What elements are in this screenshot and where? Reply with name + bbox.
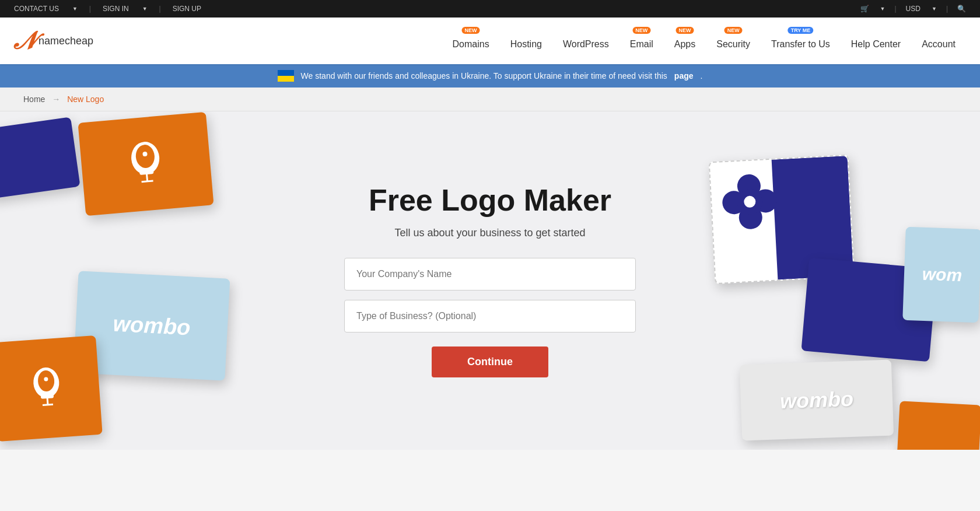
nav-item-domains[interactable]: NEW Domains bbox=[442, 18, 500, 64]
currency-selector[interactable]: USD bbox=[906, 5, 921, 13]
cart-icon[interactable]: 🛒 bbox=[860, 5, 869, 13]
wombo-text-right: wombo bbox=[779, 387, 853, 414]
signin-dropdown-arrow: ▼ bbox=[142, 6, 148, 12]
form-center: Free Logo Maker Tell us about your busin… bbox=[332, 160, 648, 400]
email-badge: NEW bbox=[632, 27, 650, 34]
ukraine-flag bbox=[278, 70, 294, 82]
nav-item-wordpress[interactable]: WordPress bbox=[552, 18, 620, 64]
ukraine-banner: We stand with our friends and colleagues… bbox=[0, 64, 980, 88]
flag-yellow bbox=[278, 76, 294, 82]
hero-title: Free Logo Maker bbox=[369, 184, 611, 217]
helpcenter-label: Help Center bbox=[851, 39, 901, 50]
nav-item-transfer[interactable]: TRY ME Transfer to Us bbox=[761, 18, 841, 64]
breadcrumb-arrow: → bbox=[52, 94, 60, 104]
logo-link[interactable]: 𝒩 namecheap bbox=[14, 29, 93, 53]
company-name-input[interactable] bbox=[344, 258, 636, 290]
wordpress-label: WordPress bbox=[563, 39, 609, 50]
hero-subtitle: Tell us about your business to get start… bbox=[394, 227, 585, 239]
nav-item-email[interactable]: NEW Email bbox=[620, 18, 664, 64]
nav-item-account[interactable]: Account bbox=[911, 18, 966, 64]
sign-in-link[interactable]: SIGN IN bbox=[103, 5, 129, 13]
nav-item-hosting[interactable]: Hosting bbox=[500, 18, 552, 64]
nav-item-helpcenter[interactable]: Help Center bbox=[841, 18, 911, 64]
domains-badge: NEW bbox=[462, 27, 480, 34]
domains-label: Domains bbox=[453, 39, 489, 50]
card-orange-bottom-right bbox=[897, 401, 980, 450]
transfer-badge: TRY ME bbox=[788, 27, 814, 34]
wom-text-right: wom bbox=[922, 264, 962, 285]
breadcrumb-home[interactable]: Home bbox=[23, 94, 45, 104]
apps-badge: NEW bbox=[676, 27, 694, 34]
card-lightblue-right: wom bbox=[902, 227, 980, 323]
security-label: Security bbox=[716, 39, 750, 50]
top-bar: CONTACT US ▼ | SIGN IN ▼ | SIGN UP 🛒 ▼ |… bbox=[0, 0, 980, 18]
search-icon[interactable]: 🔍 bbox=[957, 5, 966, 13]
wombo-text-left: wombo bbox=[112, 312, 191, 341]
svg-line-4 bbox=[147, 174, 148, 181]
account-label: Account bbox=[922, 39, 956, 50]
continue-button[interactable]: Continue bbox=[432, 346, 548, 377]
separator-3: | bbox=[894, 5, 896, 13]
separator-2: | bbox=[159, 5, 161, 13]
security-badge: NEW bbox=[724, 27, 743, 34]
main-nav: 𝒩 namecheap NEW Domains Hosting WordPres… bbox=[0, 18, 980, 64]
logo-icon: 𝒩 bbox=[14, 29, 34, 53]
banner-link[interactable]: page bbox=[674, 71, 694, 80]
knight-helmet-icon-bottom bbox=[24, 364, 68, 414]
contact-us-link[interactable]: CONTACT US bbox=[14, 5, 59, 13]
card-orange-knight-top bbox=[78, 112, 214, 216]
flower-icon bbox=[716, 168, 784, 236]
transfer-label: Transfer to Us bbox=[771, 39, 830, 50]
sign-up-link[interactable]: SIGN UP bbox=[173, 5, 201, 13]
card-navy-topleft bbox=[0, 117, 80, 199]
apps-label: Apps bbox=[674, 39, 695, 50]
right-cards: wom wombo bbox=[712, 111, 980, 450]
nav-item-security[interactable]: NEW Security bbox=[706, 18, 761, 64]
hosting-label: Hosting bbox=[510, 39, 542, 50]
left-cards: wombo bbox=[0, 111, 268, 450]
contact-dropdown-arrow: ▼ bbox=[72, 6, 78, 12]
separator-4: | bbox=[946, 5, 948, 13]
hero-section: wombo bbox=[0, 111, 980, 450]
knight-helmet-icon-top bbox=[120, 136, 172, 192]
email-label: Email bbox=[630, 39, 653, 50]
business-type-input[interactable] bbox=[344, 300, 636, 332]
currency-dropdown-arrow: ▼ bbox=[932, 6, 937, 12]
banner-text: We stand with our friends and colleagues… bbox=[301, 71, 667, 80]
card-white-wombo-bottom: wombo bbox=[740, 360, 894, 441]
svg-line-11 bbox=[43, 404, 53, 405]
logo-text: namecheap bbox=[38, 35, 93, 47]
nav-items: NEW Domains Hosting WordPress NEW Email … bbox=[442, 18, 966, 64]
separator-1: | bbox=[89, 5, 91, 13]
svg-line-5 bbox=[142, 181, 153, 182]
cart-dropdown-arrow: ▼ bbox=[880, 6, 886, 12]
flag-blue bbox=[278, 70, 294, 76]
svg-line-10 bbox=[47, 398, 48, 405]
breadcrumb-current: New Logo bbox=[67, 94, 104, 104]
nav-item-apps[interactable]: NEW Apps bbox=[664, 18, 706, 64]
banner-period: . bbox=[701, 71, 703, 80]
card-orange-knight-bottom bbox=[0, 335, 103, 442]
breadcrumb: Home → New Logo bbox=[0, 88, 980, 111]
